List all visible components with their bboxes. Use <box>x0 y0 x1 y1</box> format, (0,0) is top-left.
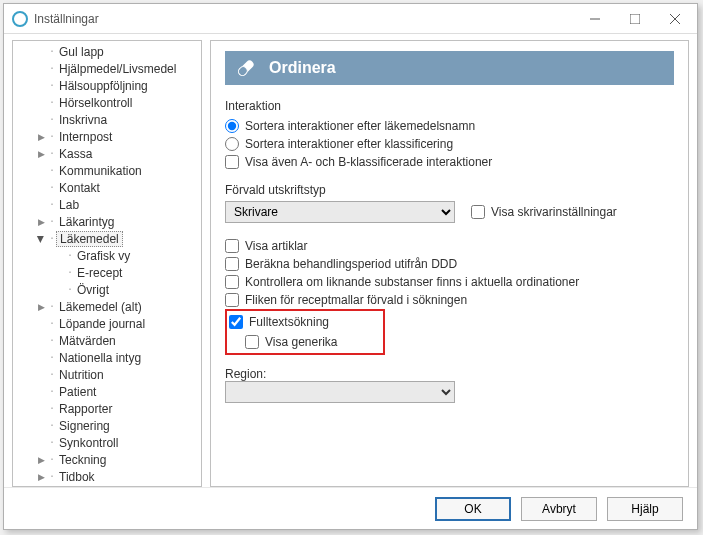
tree-item-label: Läkemedel <box>56 231 123 247</box>
tree-item-label: Hälsouppföljning <box>56 79 151 93</box>
tree-item[interactable]: ·Löpande journal <box>13 315 201 332</box>
check-ddd[interactable]: Beräkna behandlingsperiod utifrån DDD <box>225 255 674 273</box>
check-show-ab-input[interactable] <box>225 155 239 169</box>
radio-sort-name-input[interactable] <box>225 119 239 133</box>
help-button[interactable]: Hjälp <box>607 497 683 521</box>
tree-dots: · <box>49 386 54 397</box>
settings-panel: Ordinera Interaktion Sortera interaktion… <box>210 40 689 487</box>
tree-item[interactable]: ·Lab <box>13 196 201 213</box>
region-select[interactable] <box>225 381 455 403</box>
print-type-select[interactable]: Skrivare <box>225 201 455 223</box>
maximize-button[interactable] <box>615 5 655 33</box>
tree-dots: · <box>49 233 54 244</box>
check-similar-substances-input[interactable] <box>225 275 239 289</box>
check-show-articles[interactable]: Visa artiklar <box>225 237 674 255</box>
check-recipe-tab-input[interactable] <box>225 293 239 307</box>
tree-dots: · <box>49 97 54 108</box>
chevron-icon[interactable]: ▶ <box>35 233 47 245</box>
expander-spacer <box>53 267 65 279</box>
check-similar-substances[interactable]: Kontrollera om liknande substanser finns… <box>225 273 674 291</box>
tree-item-label: Övrigt <box>74 283 112 297</box>
tree-dots: · <box>49 318 54 329</box>
check-show-articles-input[interactable] <box>225 239 239 253</box>
tree-item-label: Nutrition <box>56 368 107 382</box>
tree-item[interactable]: ·Kommunikation <box>13 162 201 179</box>
ok-button[interactable]: OK <box>435 497 511 521</box>
check-printer-settings-input[interactable] <box>471 205 485 219</box>
tree-item[interactable]: ·Mätvärden <box>13 332 201 349</box>
tree-item-label: Mätvärden <box>56 334 119 348</box>
tree-item[interactable]: ▶·Läkemedel <box>13 230 201 247</box>
tree-item[interactable]: ·Gul lapp <box>13 43 201 60</box>
tree-item-label: Rapporter <box>56 402 115 416</box>
tree-dots: · <box>49 420 54 431</box>
check-generika[interactable]: Visa generika <box>229 333 377 351</box>
tree-item[interactable]: ·Patient <box>13 383 201 400</box>
tree-item[interactable]: ·Inskrivna <box>13 111 201 128</box>
chevron-icon[interactable]: ▶ <box>35 131 47 143</box>
tree-dots: · <box>49 437 54 448</box>
region-label: Region: <box>225 367 266 381</box>
tree-item[interactable]: ·Kontakt <box>13 179 201 196</box>
radio-sort-name[interactable]: Sortera interaktioner efter läkemedelsna… <box>225 117 674 135</box>
expander-spacer <box>53 250 65 262</box>
check-recipe-tab[interactable]: Fliken för receptmallar förvald i söknin… <box>225 291 674 309</box>
tree-item[interactable]: ·Nationella intyg <box>13 349 201 366</box>
check-generika-input[interactable] <box>245 335 259 349</box>
tree-item-label: Nationella intyg <box>56 351 144 365</box>
expander-spacer <box>35 97 47 109</box>
tree-item[interactable]: ▶·Tidbok <box>13 468 201 485</box>
content-area: ·Gul lapp·Hjälpmedel/Livsmedel·Hälsouppf… <box>4 34 697 487</box>
tree-item[interactable]: ·Övrigt <box>13 281 201 298</box>
tree-item-label: Teckning <box>56 453 109 467</box>
tree-dots: · <box>49 165 54 176</box>
tree-item[interactable]: ·E-recept <box>13 264 201 281</box>
check-fulltext[interactable]: Fulltextsökning <box>229 313 377 331</box>
tree-dots: · <box>67 250 72 261</box>
check-show-ab[interactable]: Visa även A- och B-klassificerade intera… <box>225 153 674 171</box>
chevron-icon[interactable]: ▶ <box>35 301 47 313</box>
chevron-icon[interactable]: ▶ <box>35 471 47 483</box>
close-button[interactable] <box>655 5 695 33</box>
panel-title: Ordinera <box>269 59 336 77</box>
tree-item-label: Patient <box>56 385 99 399</box>
interaktion-label: Interaktion <box>225 99 674 113</box>
tree-dots: · <box>49 63 54 74</box>
radio-sort-class[interactable]: Sortera interaktioner efter klassificeri… <box>225 135 674 153</box>
chevron-icon[interactable]: ▶ <box>35 148 47 160</box>
tree-item[interactable]: ·Hörselkontroll <box>13 94 201 111</box>
tree-item[interactable]: ▶·Läkemedel (alt) <box>13 298 201 315</box>
tree-item[interactable]: ·Rapporter <box>13 400 201 417</box>
tree-item-label: Hjälpmedel/Livsmedel <box>56 62 179 76</box>
tree-item[interactable]: ▶·Teckning <box>13 451 201 468</box>
tree-item[interactable]: ·Hjälpmedel/Livsmedel <box>13 60 201 77</box>
tree-item[interactable]: ▶·Internpost <box>13 128 201 145</box>
tree-item[interactable]: ·Hälsouppföljning <box>13 77 201 94</box>
tree-dots: · <box>49 216 54 227</box>
tree-item-label: Signering <box>56 419 113 433</box>
expander-spacer <box>35 369 47 381</box>
tree-item-label: Kontakt <box>56 181 103 195</box>
tree-item[interactable]: ·Grafisk vy <box>13 247 201 264</box>
tree-dots: · <box>49 301 54 312</box>
check-printer-settings[interactable]: Visa skrivarinställningar <box>471 203 617 221</box>
tree-item[interactable]: ▶·Kassa <box>13 145 201 162</box>
chevron-icon[interactable]: ▶ <box>35 216 47 228</box>
tree-item[interactable]: ▶·Läkarintyg <box>13 213 201 230</box>
check-ddd-input[interactable] <box>225 257 239 271</box>
tree-item[interactable]: ·Nutrition <box>13 366 201 383</box>
settings-window: Inställningar ·Gul lapp·Hjälpmedel/Livsm… <box>3 3 698 530</box>
radio-sort-class-input[interactable] <box>225 137 239 151</box>
tree-dots: · <box>49 46 54 57</box>
tree-item-label: Kommunikation <box>56 164 145 178</box>
nav-tree[interactable]: ·Gul lapp·Hjälpmedel/Livsmedel·Hälsouppf… <box>12 40 202 487</box>
minimize-button[interactable] <box>575 5 615 33</box>
expander-spacer <box>35 420 47 432</box>
check-fulltext-input[interactable] <box>229 315 243 329</box>
tree-item-label: Läkarintyg <box>56 215 117 229</box>
tree-item[interactable]: ·Synkontroll <box>13 434 201 451</box>
tree-item[interactable]: ·Signering <box>13 417 201 434</box>
chevron-icon[interactable]: ▶ <box>35 454 47 466</box>
expander-spacer <box>35 437 47 449</box>
cancel-button[interactable]: Avbryt <box>521 497 597 521</box>
